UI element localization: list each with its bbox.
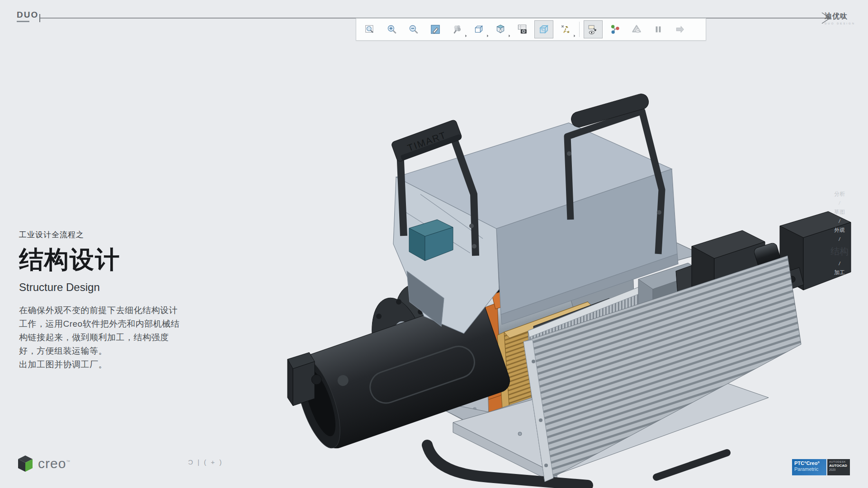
- autocad-badge-line3: 2020: [829, 468, 848, 471]
- zoom-box-icon[interactable]: [361, 20, 380, 38]
- slide-text-panel: 工业设计全流程之 结构设计 Structure Design 在确保外观不变的前…: [19, 230, 182, 371]
- transparent-display-icon[interactable]: [534, 20, 553, 38]
- autocad-badge-line1: AUTODESK: [829, 460, 848, 463]
- autocad-badge: AUTODESK AUTOCAD 2020: [827, 459, 850, 475]
- body-paragraph: 在确保外观不变的前提下去细化结构设计工作，运用Creo软件把外壳和内部机械结构链…: [19, 304, 182, 358]
- display-style-icon[interactable]: [491, 20, 510, 38]
- body-copy: 在确保外观不变的前提下去细化结构设计工作，运用Creo软件把外壳和内部机械结构链…: [19, 304, 182, 371]
- ptc-creo-badge: PTC°Creo° Parametric: [792, 459, 826, 475]
- zoom-out-icon[interactable]: [404, 20, 423, 38]
- creo-logo: creo™: [17, 455, 71, 473]
- process-separator: /: [819, 261, 860, 266]
- page-title: 结构设计: [19, 244, 182, 277]
- creo-trademark: ™: [66, 460, 71, 464]
- pause-icon: [649, 20, 668, 38]
- process-step-sketch[interactable]: 草图: [819, 208, 860, 216]
- process-separator: /: [819, 219, 860, 224]
- software-badges: PTC°Creo° Parametric AUTODESK AUTOCAD 20…: [792, 459, 850, 475]
- exit-icon: [670, 20, 689, 38]
- ptc-badge-line2: Parametric: [794, 466, 824, 472]
- toolbar-separator: [579, 22, 580, 37]
- appearance-gallery-icon[interactable]: [448, 20, 467, 38]
- annotation-display-icon[interactable]: [584, 20, 603, 38]
- process-step-structure[interactable]: 结构: [819, 245, 860, 258]
- page-subtitle: Structure Design: [19, 281, 182, 294]
- cad-toolbar: [356, 18, 706, 41]
- zoom-in-icon[interactable]: [382, 20, 401, 38]
- page-indicator[interactable]: Ɔ | ( + ): [188, 458, 223, 466]
- body-paragraph: 出加工图并协调工厂。: [19, 358, 182, 371]
- process-separator: /: [819, 201, 860, 206]
- process-separator: /: [819, 237, 860, 242]
- view-manager-icon[interactable]: [513, 20, 532, 38]
- skid-bracket-right: [656, 453, 727, 477]
- repaint-icon[interactable]: [426, 20, 445, 38]
- model-tree-icon[interactable]: [605, 20, 624, 38]
- process-step-analysis[interactable]: 分析: [819, 190, 860, 198]
- named-views-icon[interactable]: [469, 20, 488, 38]
- creo-wordmark: creo™: [38, 456, 71, 471]
- autocad-badge-line2: AUTOCAD: [829, 464, 848, 468]
- creo-cube-icon: [17, 455, 33, 473]
- process-step-appearance[interactable]: 外观: [819, 226, 860, 234]
- csys-display-icon[interactable]: [556, 20, 575, 38]
- ptc-badge-line1: PTC°Creo°: [794, 460, 824, 466]
- process-nav: 分析 / 草图 / 外观 / 结构 / 加工: [819, 188, 860, 279]
- process-step-manufacturing[interactable]: 加工: [819, 269, 860, 277]
- simulate-play-icon: [627, 20, 646, 38]
- kicker-text: 工业设计全流程之: [19, 230, 182, 240]
